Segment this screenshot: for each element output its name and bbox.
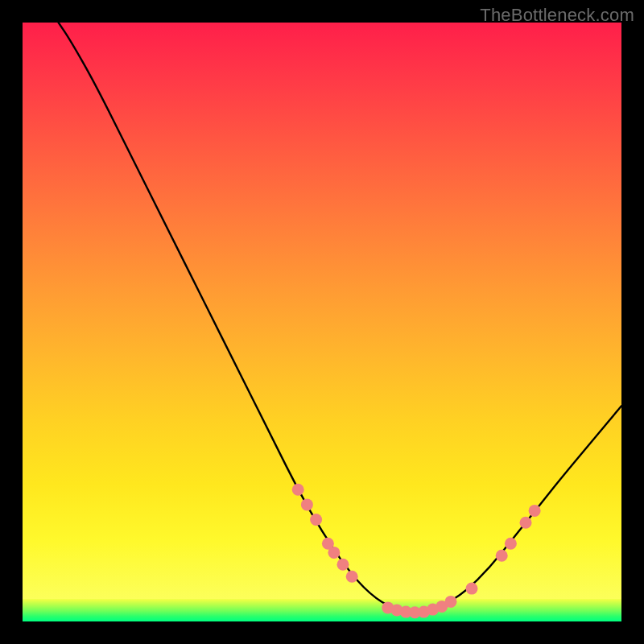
plot-area — [23, 23, 621, 621]
chart-stage: TheBottleneck.com — [0, 0, 644, 644]
green-band — [23, 599, 621, 621]
heat-gradient — [23, 23, 621, 599]
attribution-label: TheBottleneck.com — [480, 5, 634, 26]
